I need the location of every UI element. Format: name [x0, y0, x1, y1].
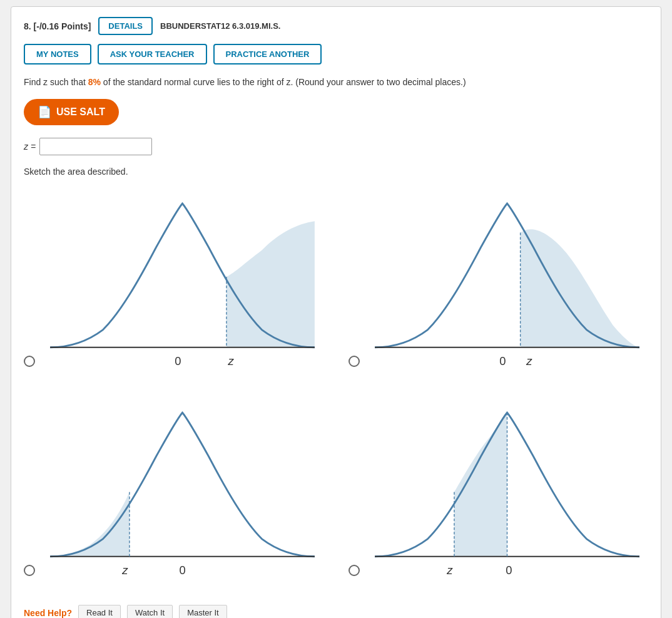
graph-top-right-radio[interactable]: [349, 356, 360, 367]
graph-bottom-left-radio[interactable]: [24, 565, 35, 576]
header-row: 8. [-/0.16 Points] DETAILS BBUNDERSTAT12…: [24, 17, 648, 35]
z-label: z =: [24, 142, 36, 152]
graph-bottom-right-svg: z 0: [366, 393, 648, 590]
svg-text:0: 0: [179, 564, 185, 577]
graph-bottom-left-wrapper: z 0: [24, 393, 323, 590]
watch-it-button[interactable]: Watch It: [127, 605, 173, 618]
details-button[interactable]: DETAILS: [98, 17, 153, 35]
question-text-after: of the standard normal curve lies to the…: [101, 77, 466, 87]
graph-top-left: 0 z: [24, 184, 323, 381]
need-help-label: Need Help?: [24, 608, 72, 618]
sketch-label: Sketch the area described.: [24, 167, 648, 177]
graph-bottom-right-wrapper: z 0: [349, 393, 648, 590]
svg-text:z: z: [446, 564, 453, 577]
question-percent: 8%: [88, 77, 101, 87]
graph-top-left-svg: 0 z: [41, 184, 323, 381]
main-container: 8. [-/0.16 Points] DETAILS BBUNDERSTAT12…: [11, 6, 661, 618]
z-input-row: z =: [24, 138, 648, 155]
ask-teacher-button[interactable]: ASK YOUR TEACHER: [98, 44, 207, 64]
graph-top-left-wrapper: 0 z: [24, 184, 323, 381]
master-it-button[interactable]: Master It: [179, 605, 227, 618]
read-it-button[interactable]: Read It: [78, 605, 121, 618]
graph-top-left-radio[interactable]: [24, 356, 35, 367]
question-text-before: Find z such that: [24, 77, 88, 87]
use-salt-button[interactable]: 📄 USE SALT: [24, 99, 119, 125]
svg-text:0: 0: [175, 354, 181, 368]
graph-bottom-left-svg: z 0: [41, 393, 323, 590]
graphs-grid: 0 z: [24, 184, 648, 590]
svg-text:0: 0: [499, 354, 506, 368]
help-row: Need Help? Read It Watch It Master It: [24, 605, 648, 618]
svg-text:0: 0: [506, 564, 512, 577]
graph-bottom-right-radio[interactable]: [349, 565, 360, 576]
graph-top-right: 0 z: [349, 184, 648, 381]
svg-text:z: z: [121, 564, 128, 577]
svg-text:z: z: [227, 354, 234, 368]
graph-top-right-svg: 0 z: [366, 184, 648, 381]
practice-another-button[interactable]: PRACTICE ANOTHER: [213, 44, 322, 64]
question-text: Find z such that 8% of the standard norm…: [24, 76, 648, 89]
graph-bottom-right: z 0: [349, 393, 648, 590]
button-row: MY NOTES ASK YOUR TEACHER PRACTICE ANOTH…: [24, 44, 648, 64]
my-notes-button[interactable]: MY NOTES: [24, 44, 91, 64]
points-label: 8. [-/0.16 Points]: [24, 21, 91, 31]
svg-text:z: z: [526, 354, 532, 368]
z-input[interactable]: [39, 138, 152, 155]
salt-label: USE SALT: [56, 106, 105, 118]
graph-top-right-wrapper: 0 z: [349, 184, 648, 381]
graph-bottom-left: z 0: [24, 393, 323, 590]
problem-id: BBUNDERSTAT12 6.3.019.MI.S.: [160, 21, 280, 31]
salt-icon: 📄: [38, 105, 51, 119]
